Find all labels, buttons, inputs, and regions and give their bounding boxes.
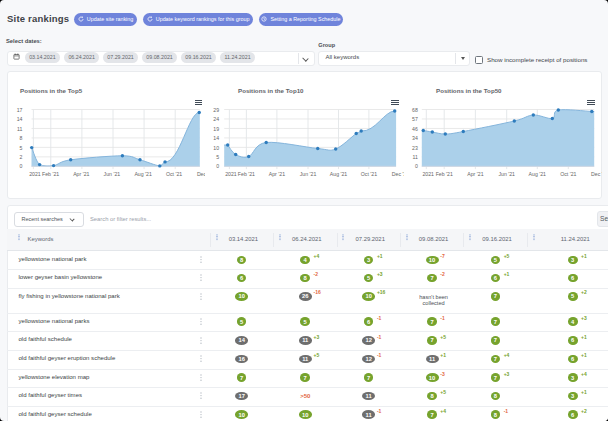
svg-text:46: 46: [412, 126, 418, 132]
svg-text:11: 11: [17, 126, 22, 132]
svg-text:Aug '21: Aug '21: [528, 171, 546, 177]
svg-text:11: 11: [412, 154, 417, 160]
svg-text:5: 5: [20, 145, 23, 151]
svg-text:19: 19: [214, 126, 220, 132]
svg-text:Oct '21: Oct '21: [560, 171, 576, 177]
svg-text:Feb '21: Feb '21: [435, 171, 452, 177]
svg-text:Feb '21: Feb '21: [238, 171, 255, 177]
svg-text:2021: 2021: [29, 171, 41, 177]
svg-text:Aug '21: Aug '21: [330, 171, 348, 177]
svg-text:Apr '21: Apr '21: [73, 171, 89, 177]
svg-text:Apr '21: Apr '21: [467, 171, 483, 177]
svg-text:0: 0: [415, 163, 418, 169]
svg-text:2: 2: [20, 154, 23, 160]
svg-text:Jun '21: Jun '21: [300, 171, 317, 177]
svg-text:Dec '21: Dec '21: [392, 171, 404, 177]
svg-text:5: 5: [217, 154, 220, 160]
svg-text:14: 14: [214, 135, 220, 141]
svg-text:Oct '21: Oct '21: [166, 171, 182, 177]
svg-text:0: 0: [20, 163, 23, 169]
svg-text:23: 23: [412, 145, 418, 151]
svg-text:Dec '21: Dec '21: [591, 171, 602, 177]
svg-text:17: 17: [17, 107, 23, 113]
svg-text:68: 68: [412, 107, 418, 113]
svg-text:Jun '21: Jun '21: [104, 171, 121, 177]
svg-text:Jun '21: Jun '21: [498, 171, 515, 177]
svg-text:14: 14: [17, 116, 23, 122]
svg-text:Dec '21: Dec '21: [197, 171, 206, 177]
svg-text:Feb '21: Feb '21: [42, 171, 59, 177]
svg-text:2021: 2021: [422, 171, 434, 177]
svg-text:34: 34: [412, 135, 418, 141]
svg-text:8: 8: [20, 135, 23, 141]
svg-text:0: 0: [217, 163, 220, 169]
svg-text:Oct '21: Oct '21: [361, 171, 377, 177]
svg-text:57: 57: [412, 116, 418, 122]
svg-text:Aug '21: Aug '21: [134, 171, 152, 177]
svg-text:29: 29: [214, 107, 220, 113]
svg-text:10: 10: [214, 145, 220, 151]
svg-text:2021: 2021: [226, 171, 238, 177]
svg-text:Apr '21: Apr '21: [269, 171, 285, 177]
svg-text:24: 24: [214, 116, 220, 122]
